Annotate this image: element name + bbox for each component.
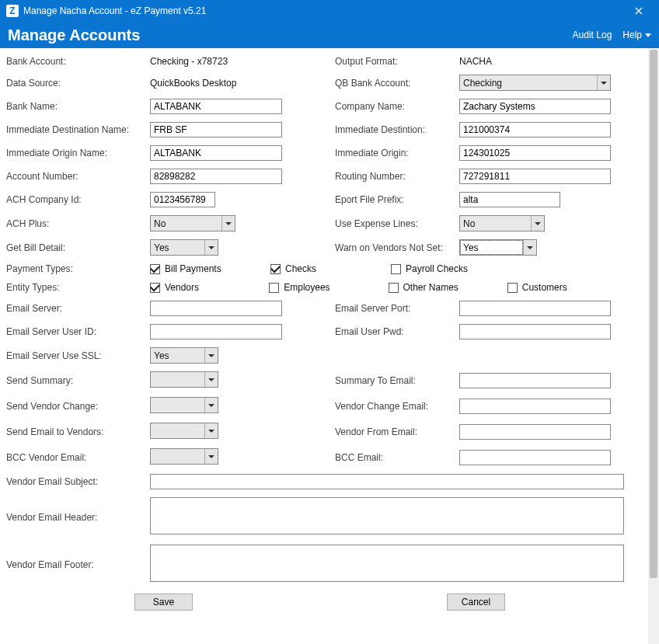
- value-bank-account: Checking - x78723: [150, 56, 313, 67]
- email-server-use-ssl-select[interactable]: Yes: [150, 347, 218, 364]
- bill-payments-checkbox[interactable]: Bill Payments: [150, 263, 270, 274]
- checkbox-icon: [150, 283, 160, 293]
- email-server-use-ssl-value: Yes: [151, 348, 204, 363]
- vendor-change-email-input[interactable]: [459, 399, 611, 414]
- chevron-down-icon: [204, 423, 218, 438]
- label-vendor-email-header: Vendor Email Header:: [6, 512, 150, 523]
- label-immediate-origin-name: Immediate Origin Name:: [6, 148, 150, 158]
- label-bcc-vendor-email: BCC Vendor Email:: [6, 452, 150, 463]
- warn-vendors-not-set-value: Yes: [460, 240, 523, 255]
- vendors-checkbox[interactable]: Vendors: [150, 282, 269, 293]
- employees-label: Employees: [284, 282, 330, 293]
- label-immediate-dest-name: Immediate Destination Name:: [6, 124, 150, 135]
- label-email-user-pwd: Email User Pwd:: [335, 326, 459, 337]
- immediate-origin-name-input[interactable]: [150, 145, 282, 161]
- label-send-email-to-vendors: Send Email to Vendors:: [6, 426, 150, 437]
- email-user-pwd-input[interactable]: [459, 324, 611, 339]
- label-get-bill-detail: Get Bill Detail:: [6, 242, 150, 253]
- chevron-down-icon: [204, 348, 218, 363]
- ach-plus-select[interactable]: No: [150, 215, 235, 231]
- app-icon: Z: [6, 5, 19, 17]
- email-server-port-input[interactable]: [459, 301, 611, 316]
- customers-label: Customers: [522, 282, 567, 293]
- page-title: Manage Accounts: [8, 26, 573, 44]
- bcc-email-input[interactable]: [459, 450, 611, 465]
- label-email-server-port: Email Server Port:: [335, 303, 459, 314]
- email-server-input[interactable]: [150, 301, 282, 316]
- label-summary-to-email: Summary To Email:: [335, 375, 459, 386]
- bcc-vendor-email-select[interactable]: [150, 448, 218, 465]
- label-bank-account: Bank Account:: [6, 56, 150, 67]
- scrollbar-thumb[interactable]: [650, 50, 657, 578]
- routing-number-input[interactable]: [459, 169, 611, 184]
- label-ach-plus: ACH Plus:: [6, 218, 150, 229]
- checkbox-icon: [389, 283, 399, 293]
- send-summary-value: [151, 372, 204, 387]
- label-routing-number: Routing Number:: [335, 171, 459, 182]
- bcc-vendor-email-value: [151, 449, 204, 464]
- immediate-destination-input[interactable]: [459, 122, 611, 138]
- save-button[interactable]: Save: [134, 594, 193, 611]
- label-immediate-origin: Immediate Origin:: [335, 148, 459, 158]
- send-vendor-change-value: [151, 398, 204, 413]
- vendor-email-footer-textarea[interactable]: [150, 545, 624, 582]
- payroll-checks-checkbox[interactable]: Payroll Checks: [391, 263, 511, 274]
- label-output-format: Output Format:: [335, 56, 459, 67]
- immediate-dest-name-input[interactable]: [150, 122, 282, 138]
- close-icon: [635, 7, 643, 15]
- entity-types-group: Vendors Employees Other Names Customers: [150, 282, 626, 293]
- label-vendor-change-email: Vendor Change Email:: [335, 401, 459, 412]
- checkbox-icon: [391, 264, 401, 274]
- label-entity-types: Entity Types:: [6, 282, 150, 293]
- ach-company-id-input[interactable]: [150, 192, 215, 207]
- other-names-checkbox[interactable]: Other Names: [389, 282, 507, 293]
- send-email-to-vendors-value: [151, 423, 204, 438]
- label-export-file-prefix: Eport File Prefix:: [335, 194, 459, 205]
- label-bcc-email: BCC Email:: [335, 452, 459, 463]
- chevron-down-icon: [204, 240, 218, 255]
- get-bill-detail-select[interactable]: Yes: [150, 239, 218, 256]
- vendor-from-email-input[interactable]: [459, 424, 611, 440]
- checkbox-icon: [270, 264, 281, 274]
- vendor-email-subject-input[interactable]: [150, 474, 624, 489]
- label-vendor-email-footer: Vendor Email Footer:: [6, 559, 150, 570]
- customers-checkbox[interactable]: Customers: [507, 282, 626, 293]
- get-bill-detail-value: Yes: [151, 240, 204, 255]
- chevron-down-icon: [645, 33, 651, 37]
- warn-vendors-not-set-select[interactable]: Yes: [459, 239, 537, 256]
- chevron-down-icon: [597, 75, 610, 90]
- qb-bank-account-select[interactable]: Checking: [459, 75, 611, 91]
- employees-checkbox[interactable]: Employees: [269, 282, 388, 293]
- qb-bank-account-value: Checking: [460, 75, 597, 90]
- bank-name-input[interactable]: [150, 99, 282, 114]
- immediate-origin-input[interactable]: [459, 145, 611, 161]
- close-button[interactable]: [625, 0, 653, 22]
- chevron-down-icon: [531, 216, 544, 231]
- checks-checkbox[interactable]: Checks: [270, 263, 391, 274]
- export-file-prefix-input[interactable]: [459, 192, 560, 207]
- button-bar: Save Cancel: [6, 594, 645, 611]
- vendors-label: Vendors: [165, 282, 199, 293]
- label-send-vendor-change: Send Vendor Change:: [6, 401, 150, 412]
- checks-label: Checks: [285, 263, 316, 274]
- company-name-input[interactable]: [459, 99, 611, 114]
- chevron-down-icon: [204, 398, 218, 413]
- account-number-input[interactable]: [150, 169, 282, 184]
- label-warn-vendors-not-set: Warn on Vendors Not Set:: [335, 242, 459, 253]
- use-expense-lines-select[interactable]: No: [459, 215, 545, 231]
- chevron-down-icon: [204, 372, 218, 387]
- audit-log-link[interactable]: Audit Log: [573, 30, 612, 40]
- vendor-email-header-textarea[interactable]: [150, 497, 624, 534]
- scrollbar[interactable]: [648, 48, 659, 644]
- cancel-button[interactable]: Cancel: [447, 594, 505, 611]
- label-immediate-destination: Immediate Destintion:: [335, 124, 459, 135]
- send-email-to-vendors-select[interactable]: [150, 423, 218, 439]
- help-menu[interactable]: Help: [622, 30, 651, 40]
- label-payment-types: Payment Types:: [6, 263, 150, 274]
- chevron-down-icon: [204, 449, 218, 464]
- send-vendor-change-select[interactable]: [150, 397, 218, 413]
- summary-to-email-input[interactable]: [459, 373, 611, 388]
- form-grid: Bank Account: Checking - x78723 Output F…: [6, 56, 645, 584]
- send-summary-select[interactable]: [150, 371, 218, 388]
- email-server-user-id-input[interactable]: [150, 324, 282, 339]
